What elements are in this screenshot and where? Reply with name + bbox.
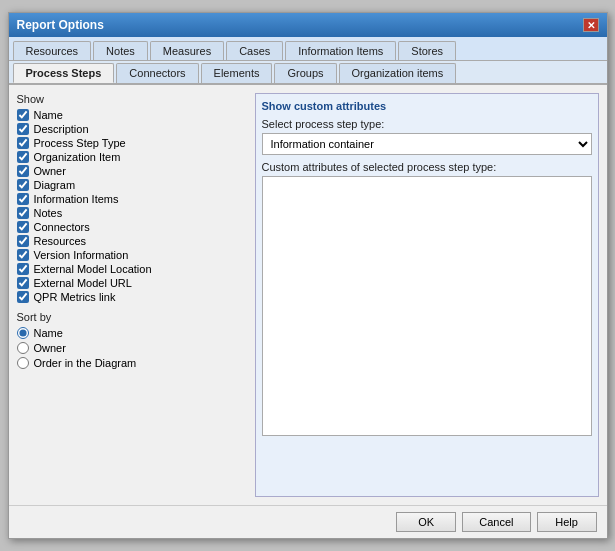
checkbox-label: Version Information [34,249,129,261]
checkbox-label: External Model URL [34,277,132,289]
close-button[interactable]: ✕ [583,18,599,32]
sort-radios: NameOwnerOrder in the Diagram [17,327,247,369]
tab-process-steps[interactable]: Process Steps [13,63,115,83]
left-panel: Show NameDescriptionProcess Step TypeOrg… [17,93,247,497]
checkbox-label: Notes [34,207,63,219]
checkbox-item: External Model Location [17,263,247,275]
checkbox-organization-item[interactable] [17,151,29,163]
checkbox-owner[interactable] [17,165,29,177]
tab-row-2: Process StepsConnectorsElementsGroupsOrg… [9,61,607,85]
checkbox-label: External Model Location [34,263,152,275]
checkbox-item: QPR Metrics link [17,291,247,303]
checkbox-label: Diagram [34,179,76,191]
sort-section: Sort by NameOwnerOrder in the Diagram [17,311,247,369]
tab-resources[interactable]: Resources [13,41,92,60]
checkbox-item: Description [17,123,247,135]
checkbox-item: Organization Item [17,151,247,163]
tab-connectors[interactable]: Connectors [116,63,198,83]
radio-label: Name [34,327,63,339]
help-button[interactable]: Help [537,512,597,532]
checkbox-item: Notes [17,207,247,219]
checkbox-label: Organization Item [34,151,121,163]
checkbox-name[interactable] [17,109,29,121]
checkbox-item: Diagram [17,179,247,191]
report-options-dialog: Report Options ✕ ResourcesNotesMeasuresC… [8,12,608,539]
radio-label: Order in the Diagram [34,357,137,369]
radio-item: Owner [17,342,247,354]
tab-stores[interactable]: Stores [398,41,456,60]
tab-organization-items[interactable]: Organization items [339,63,457,83]
checkbox-information-items[interactable] [17,193,29,205]
checkbox-resources[interactable] [17,235,29,247]
dialog-title: Report Options [17,18,104,32]
checkbox-label: Process Step Type [34,137,126,149]
show-checkboxes: NameDescriptionProcess Step TypeOrganiza… [17,109,247,303]
tab-notes[interactable]: Notes [93,41,148,60]
checkbox-diagram[interactable] [17,179,29,191]
checkbox-item: Name [17,109,247,121]
radio-order-in-the-diagram[interactable] [17,357,29,369]
checkbox-label: QPR Metrics link [34,291,116,303]
tab-measures[interactable]: Measures [150,41,224,60]
tab-row-1: ResourcesNotesMeasuresCasesInformation I… [9,37,607,61]
checkbox-label: Connectors [34,221,90,233]
custom-attrs-label: Custom attributes of selected process st… [262,161,592,173]
checkbox-label: Description [34,123,89,135]
checkbox-external-model-url[interactable] [17,277,29,289]
select-label: Select process step type: [262,118,592,130]
right-panel: Show custom attributes Select process st… [255,93,599,497]
checkbox-label: Name [34,109,63,121]
cancel-button[interactable]: Cancel [462,512,530,532]
checkbox-version-information[interactable] [17,249,29,261]
checkbox-process-step-type[interactable] [17,137,29,149]
radio-label: Owner [34,342,66,354]
checkbox-item: Version Information [17,249,247,261]
checkbox-description[interactable] [17,123,29,135]
custom-attrs-title: Show custom attributes [262,100,592,112]
checkbox-connectors[interactable] [17,221,29,233]
checkbox-qpr-metrics-link[interactable] [17,291,29,303]
checkbox-label: Resources [34,235,87,247]
process-step-type-select[interactable]: Information containerActivityDecisionSta… [262,133,592,155]
footer: OK Cancel Help [9,505,607,538]
radio-item: Order in the Diagram [17,357,247,369]
checkbox-label: Information Items [34,193,119,205]
checkbox-item: Information Items [17,193,247,205]
content-area: Show NameDescriptionProcess Step TypeOrg… [9,85,607,505]
show-label: Show [17,93,247,105]
radio-name[interactable] [17,327,29,339]
checkbox-notes[interactable] [17,207,29,219]
tab-groups[interactable]: Groups [274,63,336,83]
sort-label: Sort by [17,311,247,323]
ok-button[interactable]: OK [396,512,456,532]
checkbox-external-model-location[interactable] [17,263,29,275]
checkbox-item: Owner [17,165,247,177]
custom-attrs-box [262,176,592,436]
checkbox-item: Process Step Type [17,137,247,149]
checkbox-item: External Model URL [17,277,247,289]
tab-elements[interactable]: Elements [201,63,273,83]
title-bar: Report Options ✕ [9,13,607,37]
checkbox-item: Connectors [17,221,247,233]
tab-information-items[interactable]: Information Items [285,41,396,60]
tab-cases[interactable]: Cases [226,41,283,60]
checkbox-label: Owner [34,165,66,177]
radio-item: Name [17,327,247,339]
checkbox-item: Resources [17,235,247,247]
radio-owner[interactable] [17,342,29,354]
